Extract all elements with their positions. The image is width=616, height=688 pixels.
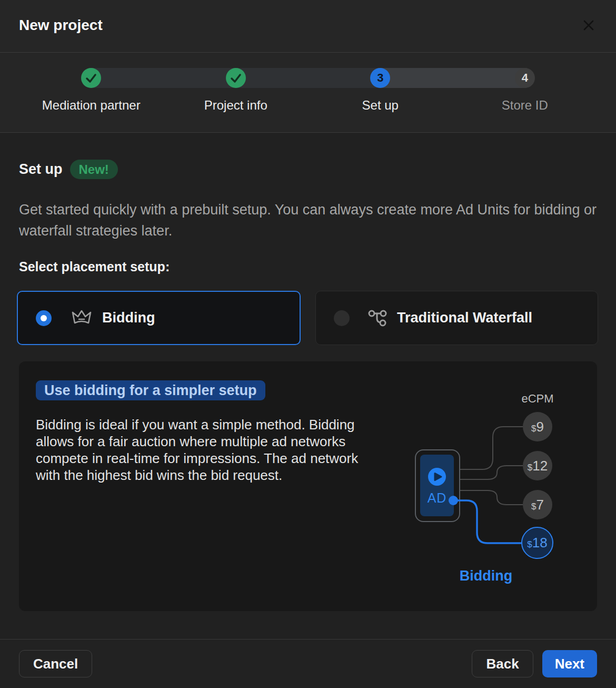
step-indicator-completed — [226, 68, 246, 88]
cancel-button[interactable]: Cancel — [19, 650, 92, 677]
placement-options: Bidding Traditional Waterfall — [17, 291, 598, 345]
back-button[interactable]: Back — [472, 650, 533, 677]
bid-chip-winner: $18 — [521, 527, 553, 559]
option-card-traditional-waterfall[interactable]: Traditional Waterfall — [315, 291, 598, 345]
bid-chip: $12 — [523, 451, 552, 480]
ad-label: AD — [428, 490, 447, 506]
step-label: Mediation partner — [42, 98, 141, 113]
stepper-steps: Mediation partner Project info 3 Set up … — [19, 68, 597, 113]
bidding-description: Bidding is ideal if you want a simple me… — [36, 416, 378, 484]
next-button[interactable]: Next — [542, 650, 597, 677]
dialog-title: New project — [19, 17, 103, 34]
radio-traditional-waterfall[interactable] — [334, 310, 350, 326]
phone-screen: AD — [420, 455, 454, 516]
bid-chip: $9 — [523, 412, 552, 441]
select-placement-label: Select placement setup: — [19, 259, 170, 274]
bidding-info-panel: Use bidding for a simpler setup Bidding … — [19, 361, 597, 611]
step-indicator-upcoming: 4 — [515, 68, 535, 88]
new-project-dialog: New project Mediation partner — [0, 0, 616, 688]
close-icon — [581, 17, 597, 33]
play-icon — [428, 468, 446, 486]
step-label: Store ID — [502, 98, 548, 113]
new-badge: New! — [70, 160, 118, 179]
section-title: Set up — [19, 161, 63, 178]
step-label: Project info — [204, 98, 267, 113]
step-set-up: 3 Set up — [308, 68, 453, 113]
close-button[interactable] — [577, 14, 600, 37]
crown-icon — [70, 309, 93, 328]
stepper: Mediation partner Project info 3 Set up … — [0, 53, 616, 133]
section-description: Get started quickly with a prebuilt setu… — [19, 199, 597, 241]
step-mediation-partner: Mediation partner — [19, 68, 164, 113]
step-store-id: 4 Store ID — [453, 68, 598, 113]
step-indicator-completed — [81, 68, 101, 88]
bidding-hint-badge: Use bidding for a simpler setup — [36, 380, 265, 400]
dialog-body: Set up New! Get started quickly with a p… — [0, 133, 616, 639]
ecpm-label: eCPM — [506, 392, 569, 406]
step-indicator-current: 3 — [370, 68, 390, 88]
check-icon — [81, 68, 101, 88]
bidding-caption: Bidding — [433, 568, 539, 584]
dialog-header: New project — [0, 0, 616, 53]
option-label: Traditional Waterfall — [397, 310, 532, 326]
radio-bidding[interactable] — [36, 310, 52, 326]
option-label: Bidding — [102, 310, 155, 326]
step-label: Set up — [362, 98, 399, 113]
dialog-footer: Cancel Back Next — [0, 639, 616, 688]
phone-illustration: AD — [415, 449, 460, 522]
bid-chip: $7 — [523, 490, 552, 519]
check-icon — [226, 68, 246, 88]
bid-origin-dot — [449, 496, 458, 505]
section-heading-row: Set up New! — [19, 160, 118, 179]
option-card-bidding[interactable]: Bidding — [17, 291, 301, 345]
waterfall-branch-icon — [368, 309, 388, 327]
step-project-info: Project info — [164, 68, 309, 113]
